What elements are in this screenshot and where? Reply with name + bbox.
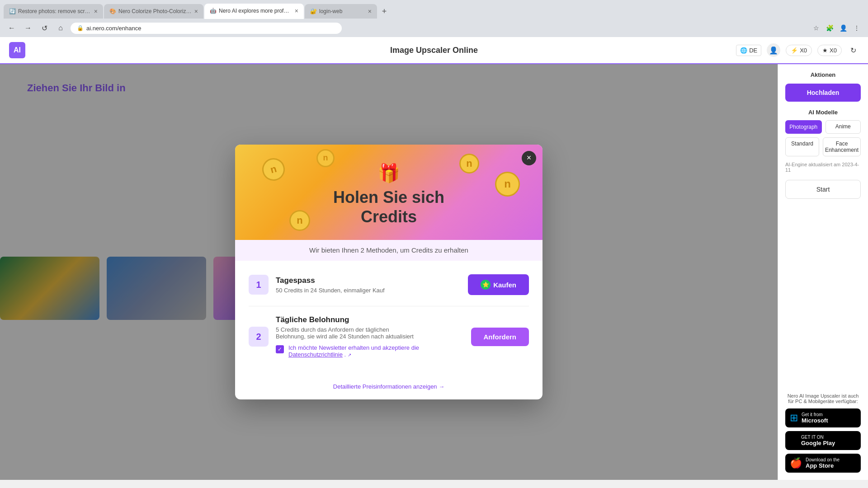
- model-standard[interactable]: Standard: [785, 137, 819, 156]
- tagespass-icon: 1: [249, 275, 269, 295]
- ai-models-title: AI Modelle: [785, 109, 861, 116]
- browser-chrome: 🔄 Restore photos: remove scratc... × 🎨 N…: [0, 0, 868, 37]
- offer-divider: [249, 306, 529, 306]
- aktionen-label: Aktionen: [785, 71, 861, 78]
- google-play-button[interactable]: ▶ GET IT ON Google Play: [785, 431, 861, 450]
- bolt-icon: ⚡: [791, 47, 798, 54]
- lang-label: DE: [749, 47, 757, 54]
- store-section: Nero AI Image Upscaler ist auch für PC &…: [785, 393, 861, 473]
- tab-login[interactable]: 🔐 login-web ×: [305, 4, 377, 19]
- ai-engine-note: AI-Engine aktualisiert am 2023-4-11: [785, 162, 861, 173]
- globe-icon: 🌐: [740, 47, 747, 54]
- tab-restore[interactable]: 🔄 Restore photos: remove scratc... ×: [4, 4, 103, 19]
- modal-body: 1 Tagespass 50 Credits in 24 Stunden, ei…: [235, 261, 542, 382]
- modal-footer: Detaillierte Preisinformationen anzeigen…: [235, 382, 542, 399]
- tab-label-restore: Restore photos: remove scratc...: [18, 8, 91, 14]
- back-button[interactable]: ←: [5, 22, 18, 34]
- windows-icon: ⊞: [790, 412, 798, 424]
- upload-button[interactable]: Hochladen: [785, 84, 861, 102]
- content-area: Ziehen Sie Ihr Bild in × n n n n n: [0, 64, 778, 480]
- tab-colorize[interactable]: 🎨 Nero Colorize Photo-Colorize Yo... ×: [104, 4, 203, 19]
- header-right: 🌐 DE 👤 ⚡ X0 ★ X0 ↻: [736, 43, 859, 57]
- modal-subtitle: Wir bieten Ihnen 2 Methoden, um Credits …: [309, 246, 468, 254]
- microsoft-get-text: Get it from: [802, 412, 828, 417]
- credits1-label: X0: [800, 47, 807, 54]
- google-play-label: Google Play: [801, 440, 835, 446]
- main-layout: Ziehen Sie Ihr Bild in × n n n n n: [0, 64, 868, 480]
- pricing-link[interactable]: Detaillierte Preisinformationen anzeigen…: [333, 383, 444, 390]
- google-play-icon: ▶: [790, 435, 797, 446]
- tagespass-desc: 50 Credits in 24 Stunden, einmaliger Kau…: [276, 287, 461, 294]
- tab-close-nero[interactable]: ×: [295, 7, 298, 14]
- new-tab-button[interactable]: +: [378, 5, 391, 18]
- forward-button[interactable]: →: [22, 22, 34, 34]
- belohnung-desc2: Belohnung, sie wird alle 24 Stunden nach…: [276, 333, 464, 340]
- buy-button[interactable]: ⭐ Kaufen: [468, 274, 529, 295]
- bookmark-icon[interactable]: ☆: [810, 22, 822, 34]
- modal-close-button[interactable]: ×: [522, 151, 536, 165]
- tab-favicon-login: 🔐: [310, 8, 316, 14]
- logo-icon: AI: [9, 42, 25, 58]
- app-store-text: Download on the App Store: [806, 457, 840, 469]
- credits1-button[interactable]: ⚡ X0: [786, 45, 812, 56]
- google-play-get-text: GET IT ON: [801, 435, 835, 440]
- app-header: AI Image Upscaler Online 🌐 DE 👤 ⚡ X0 ★ X…: [0, 37, 868, 64]
- app-logo: AI: [9, 42, 25, 58]
- settings-icon[interactable]: ⋮: [851, 22, 863, 34]
- microsoft-store-text: Get it from Microsoft: [802, 412, 828, 424]
- offer-belohnung: 2 Tägliche Belohnung 5 Credits durch das…: [249, 315, 529, 358]
- tab-nero-active[interactable]: 🤖 Nero AI explores more professio... ×: [204, 4, 304, 19]
- tab-favicon-colorize: 🎨: [109, 8, 116, 14]
- url-bar[interactable]: 🔒 ai.nero.com/enhance: [71, 23, 342, 34]
- microsoft-store-button[interactable]: ⊞ Get it from Microsoft: [785, 408, 861, 427]
- tab-bar: 🔄 Restore photos: remove scratc... × 🎨 N…: [0, 0, 868, 19]
- sidebar: Aktionen Hochladen AI Modelle Photograph…: [778, 64, 868, 480]
- tab-close-login[interactable]: ×: [368, 8, 372, 15]
- belohnung-text: Tägliche Belohnung 5 Credits durch das A…: [276, 315, 464, 358]
- refresh-credits-icon[interactable]: ↻: [847, 44, 859, 56]
- app-store-download-text: Download on the: [806, 457, 840, 462]
- app-store-label: App Store: [806, 462, 840, 469]
- belohnung-icon: 2: [249, 327, 269, 347]
- model-anime[interactable]: Anime: [826, 120, 861, 134]
- browser-toolbar: ☆ 🧩 👤 ⋮: [810, 22, 863, 34]
- profile-icon[interactable]: 👤: [837, 22, 849, 34]
- tab-close-colorize[interactable]: ×: [194, 8, 198, 15]
- tagespass-title: Tagespass: [276, 276, 461, 285]
- tagespass-text: Tagespass 50 Credits in 24 Stunden, einm…: [276, 276, 461, 294]
- request-button[interactable]: Anfordern: [471, 328, 529, 346]
- extensions-icon[interactable]: 🧩: [824, 22, 835, 34]
- user-avatar[interactable]: 👤: [767, 43, 780, 57]
- tab-label-nero: Nero AI explores more professio...: [219, 8, 292, 14]
- address-bar: ← → ↺ ⌂ 🔒 ai.nero.com/enhance ☆ 🧩 👤 ⋮: [0, 19, 868, 37]
- modal-subtitle-area: Wir bieten Ihnen 2 Methoden, um Credits …: [235, 240, 542, 261]
- model-face-enhancement[interactable]: Face Enhancement: [823, 137, 861, 156]
- datenschutz-link[interactable]: Datenschutzrichtlinie: [288, 351, 343, 358]
- language-button[interactable]: 🌐 DE: [736, 45, 761, 56]
- tab-favicon-nero: 🤖: [210, 8, 216, 14]
- modal-gift-icon: 🎁: [249, 163, 529, 184]
- newsletter-period: .: [344, 351, 346, 358]
- tab-label-colorize: Nero Colorize Photo-Colorize Yo...: [118, 8, 192, 14]
- buy-label: Kaufen: [493, 281, 516, 289]
- microsoft-store-label: Microsoft: [802, 417, 828, 424]
- model-row-1: Photograph Anime: [785, 120, 861, 134]
- model-photograph[interactable]: Photograph: [785, 120, 822, 134]
- newsletter-checkbox[interactable]: ✓: [276, 345, 284, 353]
- lock-icon: 🔒: [77, 25, 84, 31]
- belohnung-desc1: 5 Credits durch das Anfordern der täglic…: [276, 326, 464, 333]
- credits2-button[interactable]: ★ X0: [817, 45, 842, 56]
- belohnung-title: Tägliche Belohnung: [276, 315, 464, 324]
- newsletter-row: ✓ Ich möchte Newsletter erhalten und akz…: [276, 344, 464, 358]
- store-note: Nero AI Image Upscaler ist auch für PC &…: [785, 393, 861, 404]
- model-row-2: Standard Face Enhancement: [785, 137, 861, 156]
- modal-overlay: × n n n n n 🎁 Holen Sie sich Credits: [0, 64, 778, 480]
- start-button[interactable]: Start: [785, 180, 861, 199]
- app-store-button[interactable]: 🍎 Download on the App Store: [785, 454, 861, 473]
- url-text: ai.nero.com/enhance: [86, 25, 141, 32]
- star-icon: ★: [822, 47, 828, 54]
- tab-close-restore[interactable]: ×: [94, 8, 98, 15]
- home-button[interactable]: ⌂: [54, 22, 67, 34]
- reload-button[interactable]: ↺: [38, 22, 51, 34]
- star-badge: ⭐: [481, 280, 491, 290]
